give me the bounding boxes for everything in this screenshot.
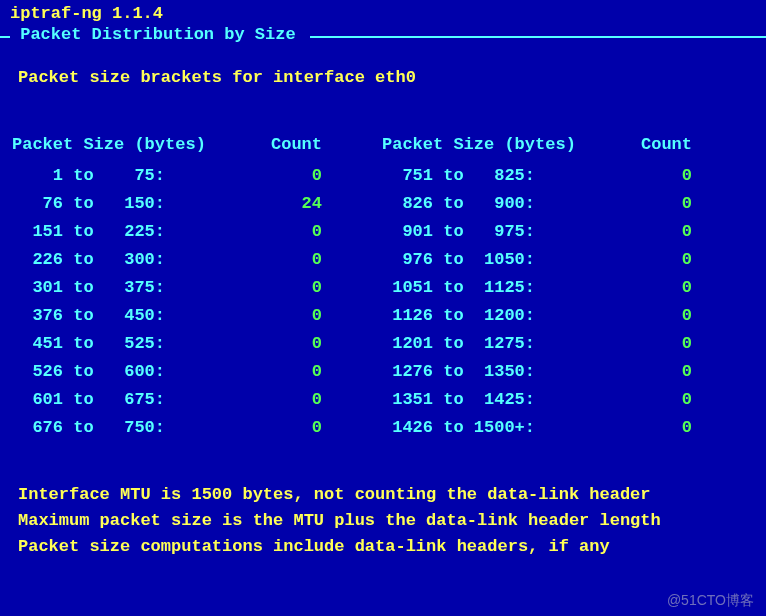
watermark: @51CTO博客 bbox=[667, 592, 754, 610]
box-header: Packet Distribution by Size bbox=[0, 25, 766, 44]
table-row: 0 bbox=[612, 246, 692, 274]
note-line: Maximum packet size is the MTU plus the … bbox=[18, 508, 754, 534]
count-value: 0 bbox=[312, 334, 322, 353]
table-row: 0 bbox=[612, 302, 692, 330]
table-row: 0 bbox=[242, 246, 322, 274]
header-size-left: Packet Size (bytes) bbox=[12, 135, 242, 154]
table-row: 1051 to 1125: bbox=[382, 274, 612, 302]
table-row: 151 to 225: bbox=[12, 218, 242, 246]
table-row: 301 to 375: bbox=[12, 274, 242, 302]
table-row: 0 bbox=[612, 190, 692, 218]
app-title: iptraf-ng 1.1.4 bbox=[0, 4, 766, 23]
subtitle: Packet size brackets for interface eth0 bbox=[0, 44, 766, 95]
count-value: 0 bbox=[312, 418, 322, 437]
table-row: 1351 to 1425: bbox=[382, 386, 612, 414]
table-row: 0 bbox=[612, 414, 692, 442]
table-row: 976 to 1050: bbox=[382, 246, 612, 274]
table-right-group: Packet Size (bytes) 751 to 825: 826 to 9… bbox=[382, 135, 692, 442]
table-row: 0 bbox=[242, 162, 322, 190]
count-value: 0 bbox=[312, 278, 322, 297]
table-row: 0 bbox=[242, 330, 322, 358]
count-value: 0 bbox=[312, 222, 322, 241]
table-row: 76 to 150: bbox=[12, 190, 242, 218]
count-value: 0 bbox=[312, 306, 322, 325]
count-value: 0 bbox=[312, 362, 322, 381]
table-row: 0 bbox=[242, 218, 322, 246]
table-row: 1426 to 1500+: bbox=[382, 414, 612, 442]
table-row: 24 bbox=[242, 190, 322, 218]
count-value: 0 bbox=[682, 362, 692, 381]
notes-area: Interface MTU is 1500 bytes, not countin… bbox=[0, 442, 766, 560]
table-row: 526 to 600: bbox=[12, 358, 242, 386]
count-value: 0 bbox=[682, 334, 692, 353]
table-row: 0 bbox=[612, 358, 692, 386]
header-size-right: Packet Size (bytes) bbox=[382, 135, 612, 154]
table-row: 0 bbox=[242, 274, 322, 302]
count-value: 0 bbox=[682, 194, 692, 213]
count-value: 0 bbox=[312, 166, 322, 185]
table-row: 376 to 450: bbox=[12, 302, 242, 330]
table-row: 0 bbox=[612, 274, 692, 302]
table-row: 226 to 300: bbox=[12, 246, 242, 274]
header-count-left: Count bbox=[242, 135, 322, 154]
note-line: Packet size computations include data-li… bbox=[18, 534, 754, 560]
count-value: 0 bbox=[682, 250, 692, 269]
table-row: 451 to 525: bbox=[12, 330, 242, 358]
count-value: 0 bbox=[312, 250, 322, 269]
header-count-right: Count bbox=[612, 135, 692, 154]
note-line: Interface MTU is 1500 bytes, not countin… bbox=[18, 482, 754, 508]
table-row: 0 bbox=[612, 162, 692, 190]
count-value: 0 bbox=[312, 390, 322, 409]
table-left-group: Packet Size (bytes) 1 to 75: 76 to 150: … bbox=[12, 135, 322, 442]
count-value: 0 bbox=[682, 390, 692, 409]
packet-table: Packet Size (bytes) 1 to 75: 76 to 150: … bbox=[0, 95, 766, 442]
box-line-right bbox=[310, 36, 766, 38]
table-row: 826 to 900: bbox=[382, 190, 612, 218]
table-row: 1276 to 1350: bbox=[382, 358, 612, 386]
table-row: 0 bbox=[612, 218, 692, 246]
table-row: 0 bbox=[242, 358, 322, 386]
count-value: 0 bbox=[682, 306, 692, 325]
table-row: 601 to 675: bbox=[12, 386, 242, 414]
count-value: 0 bbox=[682, 166, 692, 185]
table-row: 0 bbox=[242, 302, 322, 330]
box-line-left bbox=[0, 36, 10, 38]
table-row: 0 bbox=[612, 330, 692, 358]
table-row: 751 to 825: bbox=[382, 162, 612, 190]
table-row: 1201 to 1275: bbox=[382, 330, 612, 358]
count-value: 24 bbox=[302, 194, 322, 213]
table-row: 0 bbox=[612, 386, 692, 414]
count-value: 0 bbox=[682, 278, 692, 297]
table-row: 0 bbox=[242, 386, 322, 414]
count-value: 0 bbox=[682, 418, 692, 437]
table-row: 1126 to 1200: bbox=[382, 302, 612, 330]
box-title: Packet Distribution by Size bbox=[10, 25, 306, 44]
table-row: 676 to 750: bbox=[12, 414, 242, 442]
table-row: 0 bbox=[242, 414, 322, 442]
table-row: 1 to 75: bbox=[12, 162, 242, 190]
count-value: 0 bbox=[682, 222, 692, 241]
table-row: 901 to 975: bbox=[382, 218, 612, 246]
